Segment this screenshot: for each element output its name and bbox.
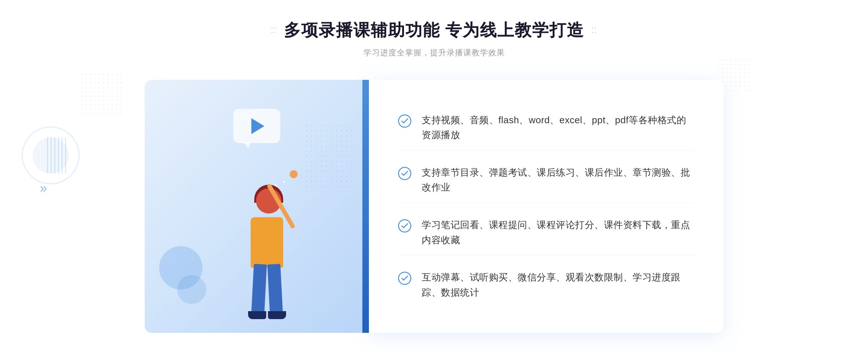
stripe-decoration xyxy=(47,137,69,173)
title-row: ⁚⁚ 多项录播课辅助功能 专为线上教学打造 ⁚⁚ xyxy=(271,19,597,42)
feature-item-1: 支持视频、音频、flash、word、excel、ppt、pdf等各种格式的资源… xyxy=(398,106,694,150)
person-foot-left xyxy=(248,311,266,319)
header-section: ⁚⁚ 多项录播课辅助功能 专为线上教学打造 ⁚⁚ 学习进度全掌握，提升录播课教学… xyxy=(271,19,597,58)
feature-text-3: 学习笔记回看、课程提问、课程评论打分、课件资料下载，重点内容收藏 xyxy=(422,218,694,248)
person-hand xyxy=(290,170,298,178)
accent-bar xyxy=(362,80,369,333)
play-icon xyxy=(251,118,264,134)
person-leg-right xyxy=(267,264,283,319)
svg-point-1 xyxy=(399,167,411,180)
feature-text-4: 互动弹幕、试听购买、微信分享、观看次数限制、学习进度跟踪、数据统计 xyxy=(422,270,694,300)
dots-decoration-left xyxy=(80,72,123,116)
svg-point-3 xyxy=(399,272,411,284)
feature-text-2: 支持章节目录、弹题考试、课后练习、课后作业、章节测验、批改作业 xyxy=(422,165,694,195)
check-icon-4 xyxy=(398,271,412,285)
sparkle-2 xyxy=(283,181,285,183)
person-body xyxy=(251,217,283,268)
features-panel: 支持视频、音频、flash、word、excel、ppt、pdf等各种格式的资源… xyxy=(369,80,723,333)
page-wrapper: » ⁚⁚ 多项录播课辅助功能 专为线上教学打造 ⁚⁚ 学习进度全掌握，提升录播课… xyxy=(0,0,868,352)
person-illustration xyxy=(216,167,318,333)
chevron-left-icon: » xyxy=(40,181,44,196)
check-icon-1 xyxy=(398,114,412,128)
page-title: 多项录播课辅助功能 专为线上教学打造 xyxy=(284,19,584,42)
feature-item-3: 学习笔记回看、课程提问、课程评论打分、课件资料下载，重点内容收藏 xyxy=(398,210,694,255)
check-icon-3 xyxy=(398,219,412,233)
svg-point-2 xyxy=(399,220,411,232)
svg-point-0 xyxy=(399,115,411,127)
feature-item-4: 互动弹幕、试听购买、微信分享、观看次数限制、学习进度跟踪、数据统计 xyxy=(398,263,694,307)
person-leg-left xyxy=(251,264,267,319)
play-bubble xyxy=(233,109,280,149)
person-foot-right xyxy=(268,311,286,319)
header-dots-right: ⁚⁚ xyxy=(591,26,597,35)
play-bubble-bg xyxy=(233,109,280,143)
page-subtitle: 学习进度全掌握，提升录播课教学效果 xyxy=(271,47,597,58)
feature-text-1: 支持视频、音频、flash、word、excel、ppt、pdf等各种格式的资源… xyxy=(422,113,694,143)
panel-circle-2 xyxy=(177,275,206,304)
feature-item-2: 支持章节目录、弹题考试、课后练习、课后作业、章节测验、批改作业 xyxy=(398,158,694,203)
check-icon-2 xyxy=(398,167,412,180)
left-illustration-panel xyxy=(145,80,369,333)
main-content: 支持视频、音频、flash、word、excel、ppt、pdf等各种格式的资源… xyxy=(145,80,723,333)
header-dots-left: ⁚⁚ xyxy=(271,26,277,35)
